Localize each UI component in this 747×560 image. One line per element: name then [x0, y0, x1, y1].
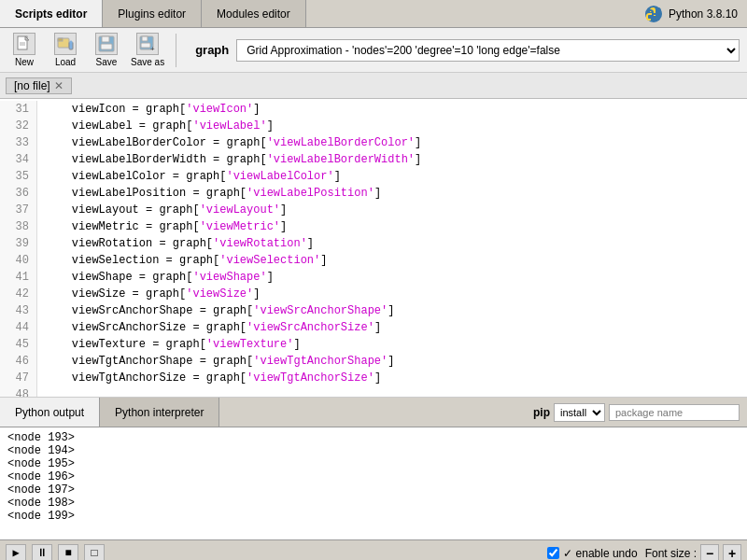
- code-content: 31 viewIcon = graph['viewIcon']32 viewLa…: [0, 99, 747, 398]
- table-row: 45 viewTexture = graph['viewTexture']: [0, 336, 747, 353]
- svg-text:+: +: [150, 45, 155, 53]
- svg-rect-10: [102, 36, 109, 42]
- tab-scripts-editor[interactable]: Scripts editor: [0, 0, 103, 27]
- stop-button[interactable]: ■: [58, 544, 78, 561]
- output-area: <node 193><node 194><node 195><node 196>…: [0, 427, 747, 539]
- status-bar: ▶ ⏸ ■ □ ✓ enable undo Font size : − +: [0, 539, 747, 560]
- file-tab-name: [no file]: [14, 79, 50, 92]
- file-tab-close-icon[interactable]: ✕: [54, 79, 63, 92]
- line-number: 43: [0, 302, 37, 319]
- line-code: viewIcon = graph['viewIcon']: [37, 101, 260, 118]
- enable-undo-checkbox[interactable]: [547, 547, 559, 559]
- line-number: 31: [0, 101, 37, 118]
- table-row: 42 viewSize = graph['viewSize']: [0, 286, 747, 302]
- python-version-label: Python 3.8.10: [669, 7, 738, 21]
- line-code: viewRotation = graph['viewRotation']: [37, 235, 314, 252]
- list-item: <node 194>: [7, 444, 740, 457]
- line-number: 34: [0, 151, 37, 168]
- list-item: <node 193>: [7, 431, 740, 444]
- line-number: 32: [0, 118, 37, 134]
- play-button[interactable]: ▶: [6, 544, 26, 561]
- line-code: viewMetric = graph['viewMetric']: [37, 218, 287, 235]
- table-row: 46 viewTgtAnchorShape = graph['viewTgtAn…: [0, 353, 747, 370]
- new-icon: [13, 33, 35, 55]
- table-row: 40 viewSelection = graph['viewSelection'…: [0, 252, 747, 269]
- table-row: 32 viewLabel = graph['viewLabel']: [0, 118, 747, 134]
- pip-package-input[interactable]: [609, 404, 740, 421]
- load-label: Load: [55, 57, 76, 67]
- enable-undo-checkbox-label[interactable]: ✓ enable undo: [547, 547, 637, 560]
- save-as-label: Save as: [131, 57, 164, 67]
- table-row: 41 viewShape = graph['viewShape']: [0, 269, 747, 286]
- pause-icon: ⏸: [36, 546, 48, 560]
- tab-python-interpreter[interactable]: Python interpreter: [100, 398, 219, 427]
- line-code: viewSize = graph['viewSize']: [37, 286, 260, 302]
- table-row: 47 viewTgtAnchorSize = graph['viewTgtAnc…: [0, 370, 747, 386]
- list-item: <node 197>: [7, 483, 740, 497]
- line-code: viewLabelColor = graph['viewLabelColor']: [37, 168, 341, 185]
- line-number: 35: [0, 168, 37, 185]
- line-code: viewTgtAnchorSize = graph['viewTgtAnchor…: [37, 370, 381, 386]
- table-row: 44 viewSrcAnchorSize = graph['viewSrcAnc…: [0, 319, 747, 336]
- font-size-label: Font size :: [645, 547, 697, 560]
- line-number: 44: [0, 319, 37, 336]
- pip-area: pip install: [533, 403, 747, 422]
- graph-dropdown[interactable]: Grid Approximation - 'nodes'=200 'degree…: [236, 39, 740, 62]
- list-item: <node 198>: [7, 497, 740, 510]
- python-logo-icon: [644, 5, 663, 23]
- table-row: 38 viewMetric = graph['viewMetric']: [0, 218, 747, 235]
- table-row: 37 viewLayout = graph['viewLayout']: [0, 202, 747, 218]
- table-row: 31 viewIcon = graph['viewIcon']: [0, 101, 747, 118]
- line-code: viewTgtAnchorShape = graph['viewTgtAncho…: [37, 353, 394, 370]
- status-right: ✓ enable undo Font size : − +: [547, 544, 741, 561]
- pip-action-select[interactable]: install: [554, 403, 605, 422]
- load-button[interactable]: Load: [49, 33, 82, 67]
- line-number: 38: [0, 218, 37, 235]
- bottom-tab-bar: Python output Python interpreter pip ins…: [0, 398, 747, 427]
- line-number: 39: [0, 235, 37, 252]
- toolbar-divider: [176, 34, 176, 67]
- line-code: viewLabelPosition = graph['viewLabelPosi…: [37, 185, 381, 202]
- line-number: 46: [0, 353, 37, 370]
- tab-plugins-editor[interactable]: Plugins editor: [103, 0, 202, 27]
- line-code: viewSrcAnchorSize = graph['viewSrcAnchor…: [37, 319, 381, 336]
- font-decrease-button[interactable]: −: [700, 544, 719, 561]
- file-tab-no-file[interactable]: [no file] ✕: [6, 77, 72, 94]
- line-number: 37: [0, 202, 37, 218]
- line-code: viewTexture = graph['viewTexture']: [37, 336, 301, 353]
- toolbar: New Load Save +: [0, 28, 747, 73]
- pause-button[interactable]: ⏸: [32, 544, 52, 561]
- new-button[interactable]: New: [7, 33, 41, 67]
- line-code: viewLabel = graph['viewLabel']: [37, 118, 274, 134]
- line-code: viewShape = graph['viewShape']: [37, 269, 274, 286]
- line-number: 45: [0, 336, 37, 353]
- font-increase-icon: +: [728, 546, 736, 561]
- code-editor[interactable]: 31 viewIcon = graph['viewIcon']32 viewLa…: [0, 99, 747, 398]
- play-icon: ▶: [12, 546, 19, 560]
- table-row: 39 viewRotation = graph['viewRotation']: [0, 235, 747, 252]
- stop-icon: ■: [64, 547, 71, 560]
- svg-rect-14: [141, 43, 150, 48]
- svg-rect-11: [101, 44, 112, 49]
- tab-python-output[interactable]: Python output: [0, 398, 100, 427]
- table-row: 48: [0, 386, 747, 398]
- save-as-button[interactable]: + Save as: [131, 33, 164, 67]
- line-code: [37, 386, 45, 398]
- line-number: 40: [0, 252, 37, 269]
- line-code: viewLabelBorderColor = graph['viewLabelB…: [37, 134, 421, 151]
- line-code: viewLabelBorderWidth = graph['viewLabelB…: [37, 151, 421, 168]
- rewind-icon: □: [91, 547, 97, 560]
- tab-modules-editor[interactable]: Modules editor: [202, 0, 306, 27]
- line-number: 47: [0, 370, 37, 386]
- save-label: Save: [96, 57, 118, 67]
- table-row: 33 viewLabelBorderColor = graph['viewLab…: [0, 134, 747, 151]
- graph-label: graph: [195, 43, 229, 57]
- rewind-button[interactable]: □: [84, 544, 105, 561]
- line-code: viewSrcAnchorShape = graph['viewSrcAncho…: [37, 302, 394, 319]
- enable-undo-label: ✓ enable undo: [563, 547, 637, 560]
- list-item: <node 195>: [7, 457, 740, 470]
- line-code: viewLayout = graph['viewLayout']: [37, 202, 287, 218]
- font-increase-button[interactable]: +: [723, 544, 741, 561]
- line-number: 42: [0, 286, 37, 302]
- save-button[interactable]: Save: [90, 33, 123, 67]
